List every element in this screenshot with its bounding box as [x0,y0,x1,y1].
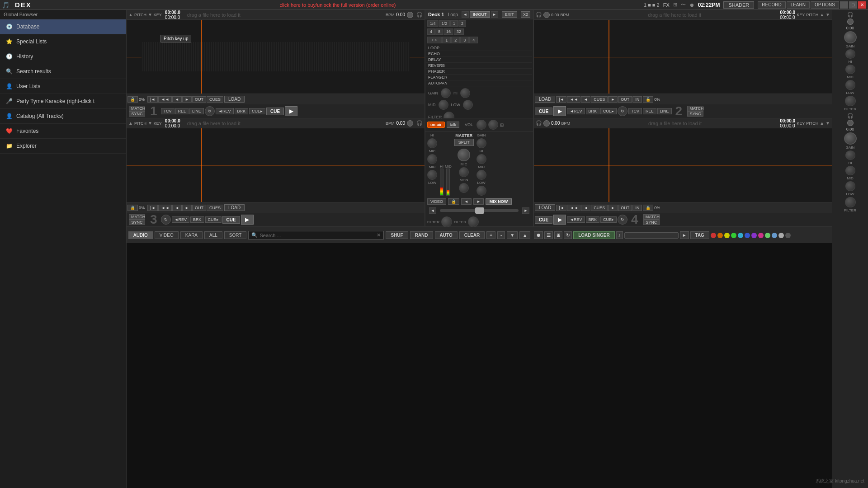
mic-low-knob[interactable] [427,170,437,180]
audio-tab[interactable]: AUDIO [128,231,153,239]
video-tab[interactable]: VIDEO [155,231,179,239]
loop-num-8[interactable]: 8 [435,28,443,35]
deck4-nav-next2[interactable]: OUT [618,205,632,211]
right-filter-knob1[interactable] [845,96,856,106]
browser-item-user-lists[interactable]: 👤 User Lists [0,79,126,94]
deck4-nav-prev2[interactable]: ◄◄ [567,205,580,211]
deck4-brk-btn[interactable]: BRK [586,216,600,223]
fx-num-3[interactable]: 3 [460,37,469,43]
right-headphone1-icon[interactable]: 🎧 [847,12,854,18]
browser-item-special-lists[interactable]: ⭐ Special Lists [0,34,126,49]
tag-dot-blue[interactable] [745,233,750,238]
fx-effect-delay[interactable]: DELAY [426,57,532,63]
fx-nav-left[interactable]: ◄ [462,11,469,18]
deck1-sync-rotate-btn[interactable]: ↻ [205,106,215,116]
deck2-bpm-knob-btn[interactable] [543,12,550,18]
crossfader-thumb[interactable] [475,207,484,214]
loop-frac-1-4[interactable]: 1/4 [427,20,439,27]
deck3-sync-rotate-btn[interactable]: ↻ [161,215,171,225]
deck1-line-btn[interactable]: LINE [189,108,204,114]
right-bpm-knob2[interactable] [847,120,854,126]
tag-dot-pink[interactable] [758,233,764,238]
deck4-nav-prev[interactable]: ◄ [581,205,590,211]
loop-num-32[interactable]: 32 [454,28,464,35]
deck2-cue2-btn[interactable]: CUE▸ [600,108,617,114]
deck4-play-btn[interactable]: ▶ [553,215,566,225]
record-button[interactable]: RECORD [758,1,785,9]
mix-now-btn[interactable]: MIX NOW [486,198,512,205]
deck2-cue-main-btn[interactable]: CUE [535,108,552,115]
right-headphone2-icon[interactable]: 🎧 [847,113,854,119]
deck3-cues-btn[interactable]: CUES [207,205,223,211]
deck1-nav-next2[interactable]: OUT [192,96,206,103]
deck4-cue-main-btn[interactable]: CUE [535,216,552,224]
deck1-match-btn[interactable]: MATCH [129,106,145,111]
deck4-nav-next[interactable]: ► [608,205,618,211]
deck4-pitch-up-arrow[interactable]: ▲ [820,121,824,126]
right-hi-knob1[interactable] [845,49,855,59]
deck3-match-btn[interactable]: MATCH [129,214,145,220]
right-low-knob1[interactable] [845,80,855,89]
deck2-match-btn[interactable]: MATCH [687,106,703,111]
browser-item-history[interactable]: 🕐 History [0,49,126,64]
deck1-cue-main-btn[interactable]: CUE [266,108,284,115]
learn-button[interactable]: LEARN [787,1,810,9]
deck4-lock-btn[interactable]: 🔒 [643,205,653,211]
load-singer-button[interactable]: LOAD SINGER [573,231,614,239]
fx-effect-flanger[interactable]: FLANGER [426,75,532,80]
deck3-headphone-icon[interactable]: 🎧 [416,120,423,126]
minimize-button[interactable]: _ [840,1,848,9]
transport-refresh-icon[interactable]: ↻ [564,231,572,239]
singer-icon-btn[interactable]: ♪ [616,231,623,239]
deck3-nav-prev[interactable]: ◄ [172,205,182,211]
all-tab[interactable]: ALL [204,231,222,239]
fx-gain-knob[interactable] [441,88,451,98]
deck2-nav-prev[interactable]: ◄ [581,96,590,103]
deck2-lock-btn[interactable]: 🔒 [643,96,653,103]
deck3-pitch-down-arrow[interactable]: ▼ [148,121,152,126]
deck3-load-btn[interactable]: LOAD [224,204,245,211]
right-mid-knob1[interactable] [845,65,855,74]
mic-master-knob[interactable] [459,167,469,177]
deck3-nav-out[interactable]: OUT [192,205,206,211]
rand-button[interactable]: RAND [410,231,433,239]
deck4-rev-btn[interactable]: ◄REV [567,216,585,223]
tag-dot-light-blue[interactable] [772,233,777,238]
deck1-tcv-btn[interactable]: TCV [161,108,175,114]
auto-button[interactable]: AUTO [435,231,458,239]
browser-item-database[interactable]: 💿 Database [0,19,126,34]
loop-num-16[interactable]: 16 [443,28,453,35]
deck3-nav-prev2[interactable]: ◄◄ [158,205,172,211]
mixer-filter-knob1[interactable] [441,216,452,227]
mixer-hi-knob[interactable] [476,154,486,164]
browser-item-favorites[interactable]: ❤️ Favorites [0,124,126,139]
right-hi-knob2[interactable] [845,150,855,160]
deck2-sync-rotate-btn[interactable]: ↻ [618,106,627,116]
tag-button[interactable]: TAG [690,231,709,239]
vol-knob[interactable] [476,120,486,130]
fx-num-4[interactable]: 4 [469,37,478,43]
crossfader-track[interactable] [440,209,519,212]
singer-play-btn[interactable]: ► [680,231,689,239]
browser-item-catalog[interactable]: 👤 Catalog (All Tracks) [0,109,126,124]
fx-effect-autopan[interactable]: AUTOPAN [426,80,532,86]
deck2-play-btn[interactable]: ▶ [553,106,566,116]
deck2-nav-in[interactable]: IN [632,96,642,103]
deck4-nav-start[interactable]: |◄ [556,205,566,211]
right-gain-knob2[interactable] [844,132,857,145]
deck1-pitch-down-arrow[interactable]: ▼ [148,13,152,17]
deck4-nav-in[interactable]: IN [632,205,642,211]
mic-mid-knob[interactable] [427,154,437,164]
deck2-nav-prev2[interactable]: ◄◄ [567,96,580,103]
deck3-cue2-btn[interactable]: CUE▸ [205,216,222,223]
fx-inout-btn[interactable]: IN/OUT [470,11,490,18]
options-button[interactable]: OPTIONS [811,1,839,9]
deck3-brk-btn[interactable]: BRK [190,216,204,223]
buy-link[interactable]: click here to buy/unlock the full versio… [35,2,640,8]
deck4-cue2-btn[interactable]: CUE▸ [600,216,617,223]
deck4-pitch-down-arrow[interactable]: ▼ [826,121,830,126]
deck2-brk-btn[interactable]: BRK [586,108,600,114]
deck1-bpm-knob[interactable] [407,12,413,18]
right-filter-knob2[interactable] [845,197,856,207]
fx-num-1[interactable]: 1 [442,37,451,43]
